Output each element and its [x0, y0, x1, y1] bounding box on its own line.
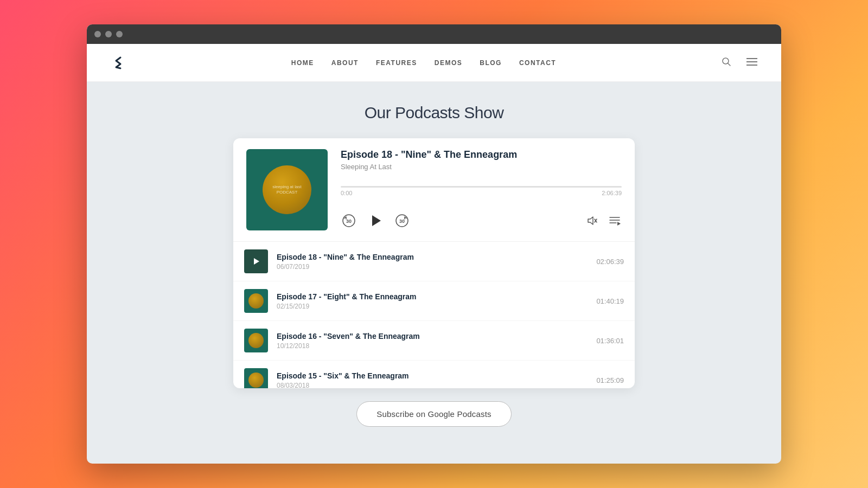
svg-text:30: 30	[346, 219, 352, 224]
play-button[interactable]	[366, 211, 385, 230]
episode-duration: 01:40:19	[596, 297, 624, 305]
page-title: Our Podcasts Show	[365, 104, 504, 122]
episode-metadata: Episode 16 - "Seven" & The Enneagram 10/…	[277, 332, 588, 350]
now-playing-title: Episode 18 - "Nine" & The Enneagram	[341, 149, 622, 160]
browser-dot-minimize	[105, 31, 112, 37]
mute-button[interactable]	[585, 214, 599, 228]
episode-date: 10/12/2018	[277, 342, 588, 350]
svg-text:30: 30	[399, 219, 405, 224]
progress-track[interactable]	[341, 186, 622, 188]
main-content: Our Podcasts Show sleeping at last PODCA…	[87, 82, 781, 464]
episode-date: 08/03/2018	[277, 382, 588, 389]
album-art-inner: sleeping at last PODCAST	[263, 165, 311, 214]
episode-name: Episode 17 - "Eight" & The Enneagram	[277, 292, 588, 301]
search-button[interactable]	[719, 55, 733, 70]
episode-thumb-art	[248, 333, 264, 348]
browser-window: HOME ABOUT FEATURES DEMOS BLOG CONTACT	[87, 24, 781, 464]
forward-icon: 30	[395, 214, 409, 228]
progress-bar-container[interactable]: 0:00 2:06:39	[341, 186, 622, 196]
episode-thumbnail	[244, 289, 268, 313]
episode-metadata: Episode 15 - "Six" & The Enneagram 08/03…	[277, 371, 588, 389]
episode-name: Episode 16 - "Seven" & The Enneagram	[277, 332, 588, 341]
site-nav: HOME ABOUT FEATURES DEMOS BLOG CONTACT	[291, 59, 556, 67]
menu-button[interactable]	[744, 55, 760, 70]
subscribe-google-podcasts-button[interactable]: Subscribe on Google Podcasts	[356, 401, 512, 427]
episode-thumbnail	[244, 368, 268, 388]
nav-blog[interactable]: BLOG	[480, 59, 502, 67]
rewind-button[interactable]: 30	[341, 213, 357, 229]
episode-duration: 02:06:39	[596, 258, 624, 266]
nav-demos[interactable]: DEMOS	[435, 59, 463, 67]
total-time: 2:06:39	[602, 190, 622, 196]
episode-metadata: Episode 18 - "Nine" & The Enneagram 06/0…	[277, 253, 588, 271]
browser-titlebar	[87, 24, 781, 44]
play-icon-small	[252, 258, 260, 265]
forward-button[interactable]: 30	[394, 213, 410, 229]
episode-item[interactable]: Episode 18 - "Nine" & The Enneagram 06/0…	[233, 242, 635, 281]
nav-home[interactable]: HOME	[291, 59, 314, 67]
play-icon	[367, 212, 384, 229]
episode-duration: 01:36:01	[596, 337, 624, 345]
playlist-button[interactable]	[608, 214, 622, 228]
episode-item[interactable]: Episode 17 - "Eight" & The Enneagram 02/…	[233, 281, 635, 321]
player-controls: 30 30	[341, 211, 622, 230]
nav-about[interactable]: ABOUT	[331, 59, 359, 67]
nav-contact[interactable]: CONTACT	[519, 59, 556, 67]
album-art-label: sleeping at last PODCAST	[263, 182, 311, 198]
browser-dot-maximize	[116, 31, 123, 37]
now-playing-show: Sleeping At Last	[341, 163, 622, 171]
browser-dot-close	[94, 31, 101, 37]
playlist-icon	[609, 215, 621, 227]
episode-item[interactable]: Episode 15 - "Six" & The Enneagram 08/03…	[233, 361, 635, 388]
episode-thumbnail	[244, 329, 268, 352]
episode-thumb-art	[248, 293, 264, 309]
album-art: sleeping at last PODCAST	[246, 149, 328, 230]
episode-duration: 01:25:09	[596, 376, 624, 384]
episode-thumb-art	[248, 373, 264, 388]
episode-date: 06/07/2019	[277, 263, 588, 271]
site-header: HOME ABOUT FEATURES DEMOS BLOG CONTACT	[87, 44, 781, 82]
episode-name: Episode 18 - "Nine" & The Enneagram	[277, 253, 588, 261]
nav-features[interactable]: FEATURES	[376, 59, 417, 67]
svg-marker-16	[254, 258, 259, 265]
player-info: Episode 18 - "Nine" & The Enneagram Slee…	[341, 149, 622, 230]
logo-icon	[108, 53, 128, 73]
player-right-controls	[585, 214, 622, 228]
mute-icon	[586, 215, 598, 227]
episode-metadata: Episode 17 - "Eight" & The Enneagram 02/…	[277, 292, 588, 310]
svg-line-1	[727, 63, 730, 66]
player-top: sleeping at last PODCAST Episode 18 - "N…	[233, 138, 635, 242]
episode-name: Episode 15 - "Six" & The Enneagram	[277, 371, 588, 380]
podcast-player-card: sleeping at last PODCAST Episode 18 - "N…	[233, 138, 635, 388]
episode-list[interactable]: Episode 18 - "Nine" & The Enneagram 06/0…	[233, 242, 635, 388]
episode-thumbnail	[244, 249, 268, 273]
svg-marker-7	[372, 215, 381, 226]
progress-times: 0:00 2:06:39	[341, 190, 622, 196]
play-overlay	[244, 249, 268, 273]
header-actions	[719, 55, 760, 70]
episode-item[interactable]: Episode 16 - "Seven" & The Enneagram 10/…	[233, 321, 635, 361]
hamburger-icon	[746, 57, 757, 66]
site-logo	[108, 53, 128, 73]
current-time: 0:00	[341, 190, 352, 196]
search-icon	[722, 57, 731, 67]
episode-date: 02/15/2019	[277, 303, 588, 310]
rewind-icon: 30	[342, 214, 356, 228]
svg-marker-15	[617, 222, 621, 226]
